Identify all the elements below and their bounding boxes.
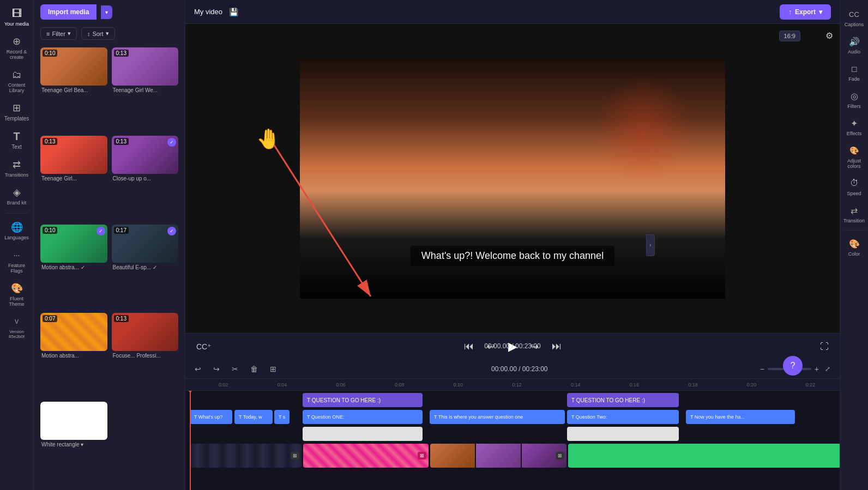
playhead[interactable]: [190, 391, 191, 490]
record-icon: ⊕: [11, 35, 23, 47]
video-title: My video: [194, 8, 222, 16]
timeline-toolbar: ↩ ↪ ✂ 🗑 ⊞ 00:00.00 / 00:23:00 − + ⤢: [185, 359, 840, 379]
clip-now-you-have[interactable]: T Now you have the ha...: [686, 410, 795, 424]
right-tool-captions[interactable]: CC Captions: [841, 4, 867, 31]
media-item-9[interactable]: White rectangle ▾: [40, 402, 107, 486]
media-label: Motion abstra...: [40, 353, 107, 359]
zoom-in-button[interactable]: +: [815, 365, 819, 373]
sidebar-item-feature-flags[interactable]: ··· Feature Flags: [2, 246, 32, 277]
media-item-4[interactable]: 0:13 ✓ Close-up up o...: [112, 136, 179, 220]
version-icon: V: [11, 316, 23, 328]
right-tool-audio[interactable]: 🔊 Audio: [841, 32, 867, 58]
skip-forward-button[interactable]: ⏭: [550, 338, 564, 354]
video-preview: What's up?! Welcome back to my channel ⚙…: [185, 24, 840, 333]
sidebar-item-your-media[interactable]: 🎞 Your media: [2, 4, 32, 30]
filter-chevron-icon: ▾: [68, 30, 71, 37]
timeline-time-display: 00:00.00 / 00:23:00: [491, 365, 547, 373]
media-label: Motion abstra... ✓: [40, 264, 107, 270]
right-divider: [843, 230, 865, 231]
filter-button[interactable]: ≡ Filter ▾: [40, 27, 77, 40]
white-clip-2[interactable]: [567, 427, 679, 441]
collapse-panel-button[interactable]: ‹: [646, 234, 655, 256]
right-tool-speed[interactable]: ⏱ Speed: [841, 173, 867, 199]
cut-button[interactable]: ✂: [229, 363, 241, 375]
media-item-1[interactable]: 0:10 Teenage Girl Bea...: [40, 47, 107, 131]
sort-icon: ↕: [87, 31, 91, 37]
captions-icon: CC: [848, 8, 861, 21]
help-button[interactable]: ?: [783, 356, 803, 376]
skip-back-button[interactable]: ⏮: [462, 338, 476, 354]
media-item-7[interactable]: 0:07 Motion abstra...: [40, 313, 107, 397]
fit-button[interactable]: ⤢: [822, 364, 833, 374]
transitions-icon: ⇄: [11, 159, 23, 171]
media-item-5[interactable]: 0:10 ✓ Motion abstra... ✓: [40, 225, 107, 308]
fullscreen-button[interactable]: ⛶: [820, 342, 829, 352]
right-tool-color[interactable]: 🎨 Color: [841, 234, 867, 260]
right-tool-adjust-colors[interactable]: 🎨 Adjust colors: [841, 141, 867, 172]
duration-badge: 0:17: [114, 227, 129, 234]
main-area: My video 💾 ↑ Export ▾ What's up?! Welcom…: [185, 0, 840, 490]
right-tool-effects[interactable]: ✦ Effects: [841, 113, 867, 140]
left-sidebar: 🎞 Your media ⊕ Record & create 🗂 Content…: [0, 0, 34, 490]
clip-question-2[interactable]: T QUESTION TO GO HERE :): [567, 393, 679, 407]
color-icon: 🎨: [848, 237, 861, 250]
video-clip-2[interactable]: ⊠: [303, 444, 429, 468]
media-item-8[interactable]: 0:13 Focuse... Professi...: [112, 313, 179, 397]
duration-badge: 0:13: [114, 315, 129, 322]
delete-button[interactable]: 🗑: [248, 363, 261, 375]
media-item-6[interactable]: 0:17 ✓ Beautiful E-sp... ✓: [112, 225, 179, 308]
video-clip-4[interactable]: ⊠: [568, 444, 840, 468]
right-tool-filters[interactable]: ◎ Filters: [841, 86, 867, 112]
captions-button[interactable]: CC⁺: [196, 342, 211, 351]
clip-answer-one[interactable]: T This is where you answer question one: [430, 410, 565, 424]
clip-question-one[interactable]: T Question ONE:: [303, 410, 423, 424]
media-item-3[interactable]: 0:13 Teenage Girl...: [40, 136, 107, 220]
media-label: Focuse... Professi...: [112, 353, 179, 359]
playback-bar: CC⁺ ⏮ ↩ ▶ ↪ ⏭ 00:00.00 / 00:23:00 ⛶: [185, 333, 840, 359]
clip-question-two[interactable]: T Question Two:: [567, 410, 679, 424]
media-item-2[interactable]: 0:13 Teenage Girl We...: [112, 47, 179, 131]
media-label: Close-up up o...: [112, 176, 179, 182]
timeline-ruler: 0:02 0:04 0:06 0:08 0:10 0:12 0:14 0:16 …: [185, 379, 840, 391]
undo-button[interactable]: ↩: [192, 363, 204, 375]
settings-icon[interactable]: ⚙: [825, 31, 833, 41]
media-grid: 0:10 Teenage Girl Bea... 0:13 Teenage Gi…: [34, 43, 185, 490]
sort-button[interactable]: ↕ Sort ▾: [81, 27, 115, 40]
import-media-button[interactable]: Import media: [40, 4, 97, 20]
right-sidebar: CC Captions 🔊 Audio ◻ Fade ◎ Filters ✦ E…: [840, 0, 868, 490]
sidebar-templates-label: Templates: [4, 116, 29, 122]
white-clips-track: [185, 427, 840, 442]
video-clip-1[interactable]: ⊠: [190, 444, 302, 468]
sidebar-item-templates[interactable]: ⊞ Templates: [2, 99, 32, 125]
clip-question-1[interactable]: T QUESTION TO GO HERE :): [303, 393, 423, 407]
video-clip-3[interactable]: ⊠: [430, 444, 566, 468]
media-label: Beautiful E-sp... ✓: [112, 264, 179, 270]
sidebar-item-text[interactable]: T Text: [2, 127, 32, 153]
media-label: Teenage Girl We...: [112, 87, 179, 93]
export-button[interactable]: ↑ Export ▾: [780, 4, 831, 20]
redo-button[interactable]: ↪: [210, 363, 222, 375]
right-tool-transition[interactable]: ⇄ Transition: [841, 201, 867, 227]
split-button[interactable]: ⊞: [267, 363, 279, 375]
timeline-tracks[interactable]: T QUESTION TO GO HERE :) T QUESTION TO G…: [185, 391, 840, 490]
save-icon[interactable]: 💾: [229, 8, 238, 16]
duration-badge: 0:07: [43, 315, 57, 322]
sidebar-item-brand-kit[interactable]: ◈ Brand kit: [2, 183, 32, 209]
sidebar-item-fluent-theme[interactable]: 🎨 Fluent Theme: [2, 279, 32, 310]
filters-icon: ◎: [848, 89, 861, 102]
audio-icon: 🔊: [848, 35, 861, 48]
sidebar-item-transitions[interactable]: ⇄ Transitions: [2, 155, 32, 181]
top-bar: My video 💾 ↑ Export ▾: [185, 0, 840, 24]
sidebar-item-record-create[interactable]: ⊕ Record & create: [2, 32, 32, 63]
clip-today[interactable]: T Today, w: [234, 410, 273, 424]
transition-icon: ⇄: [848, 204, 861, 217]
sidebar-item-content-library[interactable]: 🗂 Content Library: [2, 65, 32, 96]
white-clip-1[interactable]: [303, 427, 423, 441]
import-media-dropdown[interactable]: ▾: [101, 5, 112, 19]
sidebar-item-languages[interactable]: 🌐 Languages: [2, 218, 32, 244]
clip-whatsup[interactable]: T What's up?: [190, 410, 232, 424]
zoom-out-button[interactable]: −: [760, 365, 764, 373]
right-tool-fade[interactable]: ◻ Fade: [841, 59, 867, 85]
clip-s[interactable]: T s: [274, 410, 290, 424]
templates-icon: ⊞: [11, 102, 23, 114]
